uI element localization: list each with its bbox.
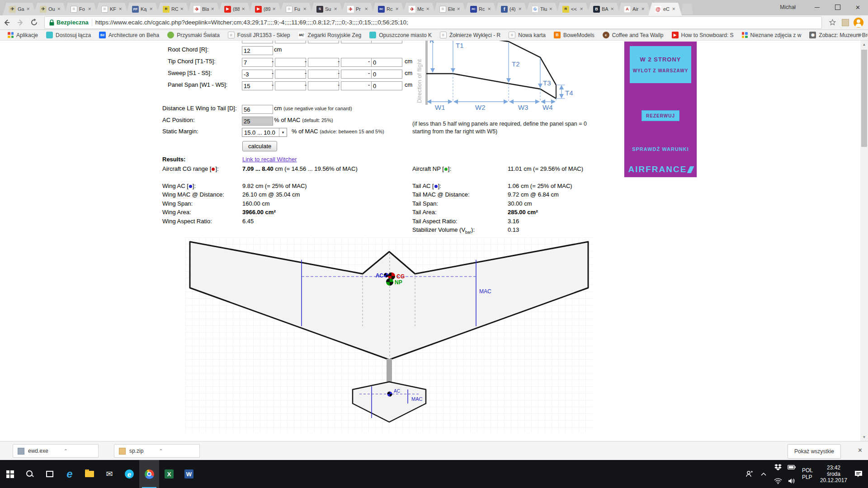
bookmark-star-button[interactable] xyxy=(826,17,839,28)
bookmark-item[interactable]: BBoweModels xyxy=(550,30,599,41)
ad-book-button[interactable]: REZERWUJ xyxy=(642,110,679,121)
browser-tab[interactable]: ▶(89✕ xyxy=(249,3,282,15)
task-view-button[interactable] xyxy=(40,460,60,488)
tab-close-icon[interactable]: ✕ xyxy=(149,7,153,11)
browser-tab[interactable]: ✈Ou✕ xyxy=(33,3,67,15)
bookmark-item[interactable]: ≡Nowa karta xyxy=(505,30,550,41)
tab-close-icon[interactable]: ✕ xyxy=(549,7,552,11)
browser-tab[interactable]: ✈Mc✕ xyxy=(402,3,436,15)
speaker-icon[interactable] xyxy=(785,474,798,488)
chord-input[interactable] xyxy=(308,81,339,90)
dropbox-icon[interactable] xyxy=(771,460,785,474)
cut-input[interactable] xyxy=(341,41,372,43)
action-center-button[interactable] xyxy=(852,460,865,488)
cut-input[interactable] xyxy=(275,41,306,43)
browser-tab[interactable]: GTłu✕ xyxy=(525,3,559,15)
keyboard-layout-indicator[interactable]: POLPLP xyxy=(799,467,816,481)
tab-close-icon[interactable]: ✕ xyxy=(364,7,368,11)
tab-close-icon[interactable]: ✕ xyxy=(272,7,276,11)
browser-tab[interactable]: f(4)✕ xyxy=(495,3,528,15)
browser-tab[interactable]: ≡Fu✕ xyxy=(279,3,313,15)
download-menu-chevron-icon[interactable]: ⌃ xyxy=(159,448,163,454)
bookmark-item[interactable]: Opuszczone miasto K xyxy=(365,30,436,41)
taskbar-chrome-button[interactable] xyxy=(139,460,159,488)
chord-input[interactable] xyxy=(275,58,306,67)
minimize-button[interactable] xyxy=(807,0,827,14)
tab-close-icon[interactable]: ✕ xyxy=(641,7,645,11)
scroll-up-icon[interactable]: ▲ xyxy=(860,41,868,48)
bookmark-item[interactable]: Dostosuj łącza xyxy=(42,30,95,41)
extension-icon[interactable] xyxy=(842,19,849,26)
taskbar-excel-button[interactable]: X xyxy=(159,460,179,488)
ac-position-input[interactable] xyxy=(242,117,273,126)
taskbar-mail-button[interactable]: ✉ xyxy=(99,460,119,488)
tab-close-icon[interactable]: ✕ xyxy=(118,7,122,11)
bookmark-item[interactable]: Nieznane zdjęcia z w xyxy=(738,30,806,41)
tab-close-icon[interactable]: ✕ xyxy=(580,7,583,11)
tab-close-icon[interactable]: ✕ xyxy=(518,7,522,11)
chord-input[interactable] xyxy=(341,70,372,79)
new-tab-button[interactable] xyxy=(681,4,693,14)
ad-banner[interactable]: W 2 STRONY WYLOT Z WARSZAWY REZERWUJ SPR… xyxy=(624,42,697,177)
browser-tab[interactable]: RCRc✕ xyxy=(372,3,405,15)
browser-tab[interactable]: PPKą✕ xyxy=(126,3,159,15)
taskbar-ie-button[interactable]: e xyxy=(119,460,139,488)
taskbar-explorer-button[interactable] xyxy=(80,460,99,488)
bookmarks-overflow-icon[interactable]: » xyxy=(858,31,862,38)
bookmark-item[interactable]: ≡Żołnierze Wyklęci - R xyxy=(436,30,505,41)
recall-link[interactable]: Link to recall Witcher xyxy=(242,156,297,163)
chord-input[interactable] xyxy=(275,81,306,90)
page-scrollbar[interactable]: ▲ ▼ xyxy=(860,41,868,441)
browser-tab[interactable]: BBA✕ xyxy=(587,3,620,15)
taskbar-word-button[interactable]: W xyxy=(179,460,199,488)
chord-input[interactable] xyxy=(308,58,339,67)
back-button[interactable] xyxy=(0,17,14,28)
chord-input[interactable] xyxy=(341,81,372,90)
show-all-downloads-button[interactable]: Pokaż wszystkie xyxy=(788,444,841,459)
static-margin-select[interactable]: 15.0 ... 10.0 ▼ xyxy=(242,128,287,137)
browser-tab[interactable]: SSu✕ xyxy=(310,3,344,15)
browser-tab[interactable]: ✈Ga✕ xyxy=(3,3,36,15)
chord-input[interactable] xyxy=(371,58,402,67)
taskbar-edge-button[interactable]: e xyxy=(60,460,80,488)
maximize-button[interactable] xyxy=(827,0,848,14)
download-menu-chevron-icon[interactable]: ⌃ xyxy=(64,448,68,454)
browser-tab[interactable]: ✈Bla✕ xyxy=(187,3,221,15)
show-hidden-icons-button[interactable] xyxy=(757,460,770,488)
wifi-icon[interactable] xyxy=(771,474,785,488)
calculate-button[interactable]: calculate xyxy=(242,141,277,151)
tab-close-icon[interactable]: ✕ xyxy=(303,7,307,11)
tab-close-icon[interactable]: ✕ xyxy=(57,7,61,11)
bookmark-item[interactable]: MCZegarki Rosyjskie Zeg xyxy=(294,30,366,41)
scrollbar-thumb[interactable] xyxy=(861,50,867,147)
browser-tab[interactable]: RRC✕ xyxy=(156,3,190,15)
distance-input[interactable] xyxy=(242,105,273,114)
downloads-close-icon[interactable]: ✕ xyxy=(858,447,863,454)
tab-close-icon[interactable]: ✕ xyxy=(334,7,337,11)
tab-close-icon[interactable]: ✕ xyxy=(395,7,399,11)
address-bar[interactable]: Bezpieczna https://www.ecalc.ch/cgcalc.p… xyxy=(44,16,822,29)
scroll-down-icon[interactable]: ▼ xyxy=(860,433,868,441)
tab-close-icon[interactable]: ✕ xyxy=(88,7,91,11)
ad-terms-link[interactable]: SPRAWDŹ WARUNKI xyxy=(632,146,689,152)
tab-close-icon[interactable]: ✕ xyxy=(26,7,30,11)
battery-icon[interactable] xyxy=(785,460,798,474)
browser-tab[interactable]: RCRc✕ xyxy=(464,3,497,15)
chord-input[interactable] xyxy=(371,81,402,90)
browser-tab[interactable]: @eC✕ xyxy=(648,3,682,15)
chord-input[interactable] xyxy=(242,46,273,55)
browser-tab[interactable]: ≡Ele✕ xyxy=(433,3,467,15)
bookmark-item[interactable]: Aplikacje xyxy=(4,30,42,41)
download-item[interactable]: sp.zip⌃ xyxy=(114,444,200,458)
chord-input[interactable] xyxy=(371,70,402,79)
browser-tab[interactable]: R<<✕ xyxy=(556,3,590,15)
tab-close-icon[interactable]: ✕ xyxy=(426,7,429,11)
bookmark-item[interactable]: ≡Fossil JR1353 - Sklep xyxy=(224,30,294,41)
chord-input[interactable] xyxy=(242,70,273,79)
browser-tab[interactable]: ≡Fo✕ xyxy=(64,3,98,15)
browser-tab[interactable]: ✈Pr✕ xyxy=(341,3,374,15)
tab-close-icon[interactable]: ✕ xyxy=(487,7,491,11)
cut-input[interactable] xyxy=(242,41,273,43)
tab-close-icon[interactable]: ✕ xyxy=(457,7,460,11)
taskbar-clock[interactable]: 23:42 środa 20.12.2017 xyxy=(816,465,851,483)
